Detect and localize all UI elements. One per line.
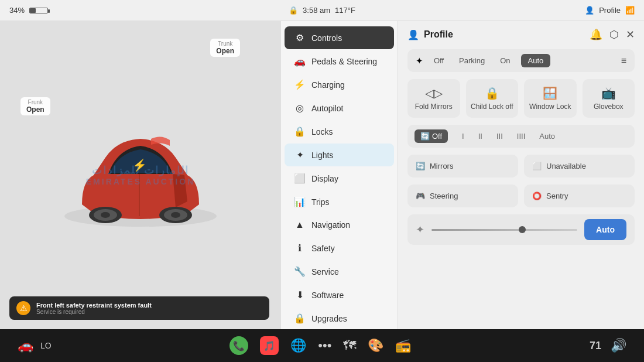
frunk-label: Frunk Open — [20, 97, 50, 115]
volume-icon[interactable]: 🔊 — [611, 338, 626, 353]
profile-button[interactable]: Profile — [599, 6, 621, 15]
warning-icon: ⚠ — [16, 301, 30, 315]
window-lock-control[interactable]: 🪟 Window Lock — [524, 79, 577, 118]
wiper-icon: 🔄 — [420, 132, 430, 141]
wiper-off-btn[interactable]: 🔄 Off — [415, 129, 448, 143]
battery-fill — [30, 8, 36, 13]
sidebar-label-upgrades: Upgrades — [311, 314, 347, 323]
sidebar-label-controls: Controls — [311, 33, 342, 43]
sidebar-item-locks[interactable]: 🔒 Locks — [285, 120, 394, 143]
pedals-icon: 🚗 — [294, 56, 306, 67]
sidebar-item-service[interactable]: 🔧 Service — [285, 260, 394, 283]
wiper-speed-1[interactable]: I — [457, 129, 469, 143]
notification-icon[interactable]: 🔔 — [590, 28, 602, 41]
car-taskbar-icon[interactable]: 🚗 — [18, 338, 33, 353]
lights-option-auto[interactable]: Auto — [521, 54, 551, 67]
sentry-control[interactable]: ⭕ Sentry — [524, 185, 635, 207]
navigation-icon: ▲ — [294, 220, 306, 230]
unavailable-icon: ⬜ — [532, 162, 542, 170]
frunk-value: Open — [26, 105, 44, 114]
panel-title-text: Profile — [424, 29, 453, 40]
warning-title: Front left safety restraint system fault — [36, 302, 152, 309]
bottom-row-1: 🔄 Mirrors ⬜ Unavailable — [407, 155, 635, 177]
sidebar-label-navigation: Navigation — [311, 220, 350, 230]
steering-control[interactable]: 🎮 Steering — [407, 185, 518, 207]
lights-icon: ✦ — [294, 149, 306, 160]
sidebar-item-upgrades[interactable]: 🔒 Upgrades — [285, 307, 394, 330]
sidebar-item-autopilot[interactable]: ◎ Autopilot — [285, 97, 394, 119]
fold-mirrors-control[interactable]: ◁▷ Fold Mirrors — [407, 79, 460, 118]
trunk-title: Trunk — [216, 40, 234, 47]
glovebox-label: Glovebox — [594, 103, 624, 111]
car-svg: ⚡ — [47, 111, 234, 251]
trunk-label: Trunk Open — [210, 39, 240, 57]
locks-icon: 🔒 — [294, 126, 306, 137]
status-left: 34% — [9, 6, 279, 15]
wiper-speed-3[interactable]: III — [492, 129, 508, 143]
profile-panel-icon: 👤 — [407, 29, 419, 40]
lights-option-off[interactable]: Off — [429, 54, 448, 67]
sidebar-item-pedals[interactable]: 🚗 Pedals & Steering — [285, 50, 394, 73]
fold-mirrors-icon: ◁▷ — [425, 86, 443, 100]
lights-option-on[interactable]: On — [495, 54, 515, 67]
taskbar-right: 71 🔊 — [590, 338, 626, 353]
brightness-slider[interactable] — [431, 229, 577, 231]
trips-icon: 📊 — [294, 196, 306, 207]
phone-button[interactable]: 📞 — [229, 336, 248, 355]
current-time: 3:58 am — [303, 6, 330, 15]
controls-grid: ◁▷ Fold Mirrors 🔒 Child Lock off 🪟 Windo… — [407, 79, 635, 118]
sidebar-label-charging: Charging — [311, 80, 345, 90]
sidebar-label-lights: Lights — [311, 151, 333, 160]
sentry-label: Sentry — [546, 192, 568, 200]
wiper-speed-2[interactable]: II — [474, 129, 487, 143]
signal-off-icon[interactable]: ✕ — [626, 28, 635, 41]
wiper-speed-4[interactable]: IIII — [512, 129, 530, 143]
temperature-display: 117°F — [335, 6, 355, 15]
lights-settings-icon[interactable]: ≡ — [621, 56, 626, 66]
bluetooth-icon[interactable]: ⬡ — [609, 28, 619, 41]
sidebar-item-lights[interactable]: ✦ Lights — [285, 144, 394, 166]
safety-icon: ℹ — [294, 243, 306, 254]
charging-icon: ⚡ — [294, 79, 306, 90]
browser-icon[interactable]: 🌐 — [290, 338, 306, 353]
radio-icon[interactable]: 📻 — [395, 338, 411, 353]
steering-icon: 🎮 — [416, 192, 425, 200]
frunk-title: Frunk — [26, 99, 44, 105]
profile-label: Profile — [599, 6, 621, 15]
apps-icon[interactable]: 🎨 — [368, 338, 383, 353]
glovebox-control[interactable]: 📺 Glovebox — [583, 79, 635, 118]
child-lock-control[interactable]: 🔒 Child Lock off — [466, 79, 519, 118]
sidebar-item-safety[interactable]: ℹ Safety — [285, 237, 394, 259]
trunk-value: Open — [216, 47, 234, 55]
signal-icon: 📶 — [625, 6, 635, 15]
sidebar-item-software[interactable]: ⬇ Software — [285, 284, 394, 306]
window-lock-icon: 🪟 — [543, 86, 557, 100]
sidebar: ⚙ Controls 🚗 Pedals & Steering ⚡ Chargin… — [281, 21, 398, 329]
lights-option-parking[interactable]: Parking — [454, 54, 489, 67]
warning-text: Front left safety restraint system fault… — [36, 302, 152, 315]
sidebar-label-trips: Trips — [311, 197, 330, 207]
child-lock-label: Child Lock off — [471, 103, 513, 111]
lights-parking-label: Parking — [459, 56, 485, 65]
sidebar-item-navigation[interactable]: ▲ Navigation — [285, 214, 394, 236]
nav-icon[interactable]: 🗺 — [343, 338, 356, 353]
more-icon[interactable]: ••• — [318, 338, 331, 353]
sidebar-item-display[interactable]: ⬜ Display — [285, 167, 394, 190]
sidebar-item-charging[interactable]: ⚡ Charging — [285, 73, 394, 96]
lights-row-icon: ✦ — [416, 56, 423, 66]
main-area: Trunk Open Frunk Open — [0, 21, 644, 329]
ac-label: LO — [40, 341, 52, 350]
music-button[interactable]: 🎵 — [260, 336, 279, 355]
status-center: 🔒 3:58 am 117°F — [289, 6, 355, 15]
mirrors-label: Mirrors — [430, 162, 453, 170]
auto-button[interactable]: Auto — [584, 219, 626, 240]
sidebar-item-trips[interactable]: 📊 Trips — [285, 190, 394, 213]
sidebar-label-safety: Safety — [311, 244, 335, 253]
wiper-speed-auto[interactable]: Auto — [535, 129, 560, 143]
software-icon: ⬇ — [294, 289, 306, 300]
unavailable-label: Unavailable — [546, 162, 586, 170]
sentry-icon: ⭕ — [532, 192, 542, 200]
wiper-off-label: Off — [432, 132, 442, 141]
sidebar-item-controls[interactable]: ⚙ Controls — [285, 26, 394, 49]
mirrors-control[interactable]: 🔄 Mirrors — [407, 155, 518, 177]
